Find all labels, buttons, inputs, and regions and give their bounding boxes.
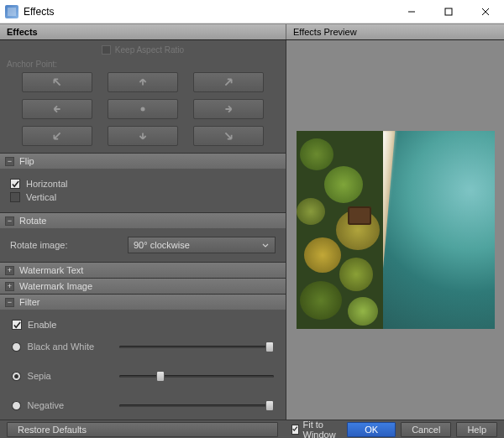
anchor-n-button[interactable] (108, 72, 178, 92)
flip-vertical-label: Vertical (26, 192, 56, 202)
filter-bw-slider[interactable] (119, 341, 274, 352)
anchor-se-button[interactable] (193, 126, 264, 146)
minimize-button[interactable] (393, 0, 430, 23)
cancel-button[interactable]: Cancel (401, 422, 451, 437)
anchor-center-button[interactable] (108, 99, 178, 119)
expand-icon: + (5, 266, 14, 275)
flip-vertical-checkbox[interactable] (10, 192, 20, 202)
flip-horizontal-checkbox[interactable] (10, 179, 20, 189)
filter-section-header[interactable]: − Filter (0, 295, 286, 310)
filter-bw-radio[interactable] (12, 342, 21, 352)
filter-section-title: Filter (19, 297, 39, 307)
anchor-nw-button[interactable] (22, 72, 92, 92)
anchor-sw-button[interactable] (22, 126, 92, 146)
window-title: Effects (24, 6, 393, 18)
filter-enable-label: Enable (28, 320, 56, 330)
window-titlebar: Effects (0, 0, 504, 23)
flip-horizontal-label: Horizontal (26, 179, 68, 189)
filter-negative-radio[interactable] (12, 401, 21, 410)
panel-header-row: Effects Effects Preview (0, 23, 504, 40)
preview-panel (286, 40, 504, 420)
rotate-section-title: Rotate (19, 216, 46, 226)
keep-aspect-label: Keep Aspect Ratio (115, 45, 184, 55)
expand-icon: + (5, 282, 14, 291)
filter-enable-checkbox[interactable] (12, 320, 22, 330)
close-button[interactable] (467, 0, 504, 23)
anchor-e-button[interactable] (193, 99, 264, 119)
maximize-button[interactable] (430, 0, 467, 23)
app-icon (5, 5, 18, 18)
effects-panel: Keep Aspect Ratio Anchor Point: − Flip (0, 40, 286, 420)
filter-negative-label: Negative (28, 400, 104, 410)
flip-section-title: Flip (19, 156, 34, 166)
filter-negative-slider[interactable] (119, 399, 274, 411)
anchor-w-button[interactable] (22, 99, 92, 119)
rotate-select-value: 90° clockwise (134, 240, 190, 250)
anchor-s-button[interactable] (108, 126, 178, 146)
svg-rect-0 (445, 8, 452, 15)
preview-image (297, 131, 495, 329)
effects-panel-title: Effects (0, 24, 286, 39)
anchor-point-label: Anchor Point: (7, 60, 279, 69)
fit-to-window-checkbox[interactable] (291, 425, 298, 435)
filter-sepia-label: Sepia (28, 371, 104, 381)
rotate-select[interactable]: 90° clockwise (128, 237, 276, 253)
flip-section-header[interactable]: − Flip (0, 154, 286, 169)
collapse-icon: − (5, 216, 14, 226)
watermark-text-title: Watermark Text (19, 265, 83, 275)
collapse-icon: − (5, 298, 14, 307)
restore-defaults-button[interactable]: Restore Defaults (7, 422, 278, 437)
help-button[interactable]: Help (456, 422, 497, 437)
watermark-image-section-header[interactable]: + Watermark Image (0, 279, 286, 294)
dialog-footer: Restore Defaults Fit to Window OK Cancel… (0, 420, 504, 438)
ok-button[interactable]: OK (347, 422, 396, 437)
watermark-text-section-header[interactable]: + Watermark Text (0, 263, 286, 278)
keep-aspect-checkbox[interactable] (102, 45, 111, 55)
watermark-image-title: Watermark Image (19, 281, 92, 291)
filter-sepia-radio[interactable] (12, 372, 21, 381)
anchor-ne-button[interactable] (193, 72, 264, 92)
fit-to-window-label: Fit to Window (303, 420, 339, 439)
chevron-down-icon (260, 240, 271, 252)
anchor-area: Keep Aspect Ratio Anchor Point: (0, 40, 286, 153)
rotate-field-label: Rotate image: (10, 240, 128, 250)
rotate-section-header[interactable]: − Rotate (0, 213, 286, 228)
preview-panel-title: Effects Preview (286, 24, 504, 39)
filter-bw-label: Black and White (28, 342, 104, 352)
svg-point-1 (141, 107, 145, 112)
collapse-icon: − (5, 157, 14, 166)
filter-sepia-slider[interactable] (119, 370, 274, 382)
